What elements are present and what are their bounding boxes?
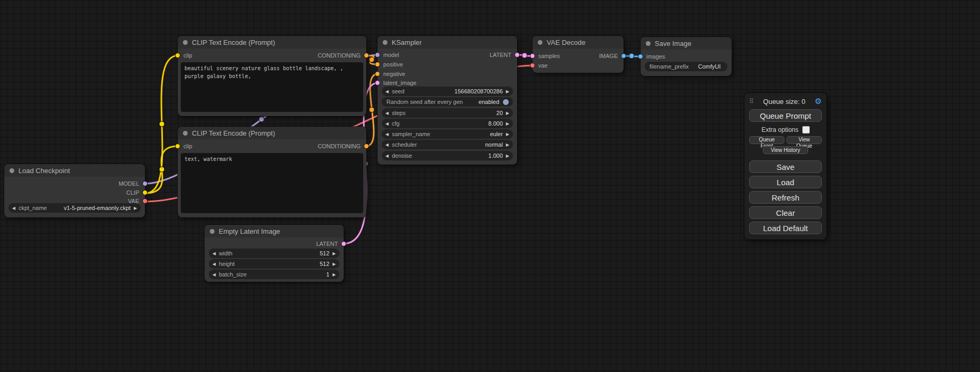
decrement-arrow-icon[interactable]: ◀ xyxy=(212,272,216,277)
slot-dot-latent[interactable] xyxy=(515,52,520,58)
output-slot-conditioning[interactable]: CONDITIONING xyxy=(318,53,369,58)
output-slot-model[interactable]: MODEL xyxy=(119,181,148,186)
extra-options-checkbox[interactable] xyxy=(802,126,810,133)
decrement-arrow-icon[interactable]: ◀ xyxy=(385,154,389,158)
queue-front-button[interactable]: Queue Front xyxy=(749,136,784,144)
node-ksampler[interactable]: KSampler model positive negative latent_… xyxy=(377,36,517,165)
input-slot-clip[interactable]: clip xyxy=(175,144,192,149)
negative-prompt-textarea[interactable]: text, watermark xyxy=(181,153,363,213)
node-empty-latent-image[interactable]: Empty Latent Image LATENT ◀ width 512 ▶ … xyxy=(205,225,344,282)
width-widget[interactable]: ◀ width 512 ▶ xyxy=(209,249,339,258)
clear-button[interactable]: Clear xyxy=(749,206,822,219)
increment-arrow-icon[interactable]: ▶ xyxy=(506,121,509,126)
positive-prompt-textarea[interactable]: beautiful scenery nature glass bottle la… xyxy=(181,62,363,112)
decrement-arrow-icon[interactable]: ◀ xyxy=(385,121,389,126)
node-clip-text-encode-positive[interactable]: CLIP Text Encode (Prompt) clip CONDITION… xyxy=(178,36,366,116)
output-slot-clip[interactable]: CLIP xyxy=(127,190,148,195)
slot-dot-conditioning[interactable] xyxy=(364,144,369,149)
random-seed-toggle-widget[interactable]: Random seed after every gen enabled xyxy=(382,97,513,107)
scheduler-widget[interactable]: ◀ scheduler normal ▶ xyxy=(382,140,513,149)
input-slot-latent-image[interactable]: latent_image xyxy=(375,80,416,85)
load-default-button[interactable]: Load Default xyxy=(749,222,822,234)
toggle-dot-icon[interactable] xyxy=(502,99,509,106)
node-title-bar[interactable]: CLIP Text Encode (Prompt) xyxy=(178,127,366,139)
increment-arrow-icon[interactable]: ▶ xyxy=(506,154,509,158)
increment-arrow-icon[interactable]: ▶ xyxy=(333,251,336,256)
settings-gear-icon[interactable]: ⚙ xyxy=(815,97,822,106)
collapse-dot-icon[interactable] xyxy=(538,40,542,45)
decrement-arrow-icon[interactable]: ◀ xyxy=(212,251,216,256)
slot-dot-vae[interactable] xyxy=(530,63,535,68)
increment-arrow-icon[interactable]: ▶ xyxy=(506,142,509,147)
decrement-arrow-icon[interactable]: ◀ xyxy=(385,132,389,137)
output-slot-latent[interactable]: LATENT xyxy=(490,52,520,58)
node-save-image[interactable]: Save Image images filename_prefix ComfyU… xyxy=(641,37,732,76)
input-slot-images[interactable]: images xyxy=(638,54,665,59)
increment-arrow-icon[interactable]: ▶ xyxy=(134,206,137,211)
increment-arrow-icon[interactable]: ▶ xyxy=(506,111,509,116)
node-title-bar[interactable]: Save Image xyxy=(641,37,732,50)
collapse-dot-icon[interactable] xyxy=(9,168,14,173)
input-slot-vae[interactable]: vae xyxy=(530,63,548,68)
node-canvas[interactable]: Load Checkpoint MODEL CLIP VAE ◀ ckpt_na… xyxy=(0,0,980,372)
load-button[interactable]: Load xyxy=(749,176,822,188)
decrement-arrow-icon[interactable]: ◀ xyxy=(385,111,389,116)
increment-arrow-icon[interactable]: ▶ xyxy=(506,132,509,137)
node-vae-decode[interactable]: VAE Decode samples vae IMAGE xyxy=(532,36,624,73)
collapse-dot-icon[interactable] xyxy=(383,40,387,45)
drag-handle-icon[interactable]: ⠿ xyxy=(749,98,754,105)
cfg-widget[interactable]: ◀ cfg 8.000 ▶ xyxy=(382,119,513,128)
node-title-bar[interactable]: CLIP Text Encode (Prompt) xyxy=(178,36,366,49)
denoise-widget[interactable]: ◀ denoise 1.000 ▶ xyxy=(382,151,513,160)
seed-widget[interactable]: ◀ seed 156680208700286 ▶ xyxy=(382,87,513,96)
node-title-bar[interactable]: Empty Latent Image xyxy=(205,225,344,237)
save-button[interactable]: Save xyxy=(749,160,822,173)
collapse-dot-icon[interactable] xyxy=(210,229,215,234)
collapse-dot-icon[interactable] xyxy=(183,40,188,45)
collapse-dot-icon[interactable] xyxy=(183,131,188,136)
decrement-arrow-icon[interactable]: ◀ xyxy=(385,142,389,147)
sampler-name-widget[interactable]: ◀ sampler_name euler ▶ xyxy=(382,129,513,139)
slot-dot-image[interactable] xyxy=(621,53,626,59)
slot-dot-latent[interactable] xyxy=(375,80,380,85)
input-slot-positive[interactable]: positive xyxy=(375,62,403,67)
decrement-arrow-icon[interactable]: ◀ xyxy=(212,262,216,266)
collapse-dot-icon[interactable] xyxy=(646,41,651,46)
node-title-bar[interactable]: Load Checkpoint xyxy=(4,164,145,177)
slot-dot-clip[interactable] xyxy=(142,190,148,195)
output-slot-latent[interactable]: LATENT xyxy=(316,241,346,246)
slot-dot-clip[interactable] xyxy=(175,144,180,149)
output-slot-conditioning[interactable]: CONDITIONING xyxy=(318,144,369,149)
height-widget[interactable]: ◀ height 512 ▶ xyxy=(209,259,339,269)
slot-dot-clip[interactable] xyxy=(175,53,180,58)
steps-widget[interactable]: ◀ steps 20 ▶ xyxy=(382,108,513,118)
input-slot-samples[interactable]: samples xyxy=(530,53,560,59)
decrement-arrow-icon[interactable]: ◀ xyxy=(12,206,15,211)
slot-dot-latent[interactable] xyxy=(341,241,346,246)
queue-prompt-button[interactable]: Queue Prompt xyxy=(749,109,822,122)
slot-dot-vae[interactable] xyxy=(142,198,148,204)
slot-dot-image[interactable] xyxy=(638,54,643,59)
slot-dot-latent[interactable] xyxy=(530,53,535,59)
increment-arrow-icon[interactable]: ▶ xyxy=(506,89,509,94)
view-queue-button[interactable]: View Queue xyxy=(787,136,822,144)
input-slot-negative[interactable]: negative xyxy=(375,71,405,77)
input-slot-clip[interactable]: clip xyxy=(175,53,192,58)
node-load-checkpoint[interactable]: Load Checkpoint MODEL CLIP VAE ◀ ckpt_na… xyxy=(4,164,145,217)
batch-size-widget[interactable]: ◀ batch_size 1 ▶ xyxy=(209,270,339,279)
increment-arrow-icon[interactable]: ▶ xyxy=(333,272,336,277)
ckpt-name-widget[interactable]: ◀ ckpt_name v1-5-pruned-emaonly.ckpt ▶ xyxy=(8,203,141,213)
slot-dot-model[interactable] xyxy=(142,181,148,186)
decrement-arrow-icon[interactable]: ◀ xyxy=(385,89,389,94)
output-slot-image[interactable]: IMAGE xyxy=(599,53,626,59)
slot-dot-model[interactable] xyxy=(375,52,380,58)
node-title-bar[interactable]: KSampler xyxy=(377,36,517,49)
input-slot-model[interactable]: model xyxy=(375,52,399,58)
view-history-button[interactable]: View History xyxy=(763,146,808,154)
slot-dot-conditioning[interactable] xyxy=(375,71,380,77)
node-clip-text-encode-negative[interactable]: CLIP Text Encode (Prompt) clip CONDITION… xyxy=(178,127,366,217)
filename-prefix-widget[interactable]: filename_prefix ComfyUI xyxy=(645,62,727,71)
refresh-button[interactable]: Refresh xyxy=(749,191,822,204)
slot-dot-conditioning[interactable] xyxy=(375,62,380,67)
increment-arrow-icon[interactable]: ▶ xyxy=(333,262,336,266)
